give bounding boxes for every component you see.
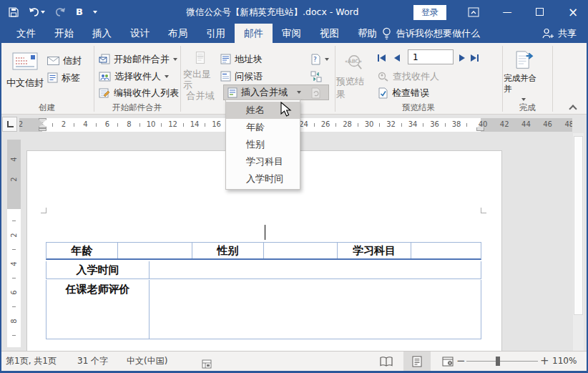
start-mail-merge-button[interactable]: 开始邮件合并 xyxy=(99,52,177,67)
tab-references[interactable]: 引用 xyxy=(197,24,235,43)
zoom-out-button[interactable]: − xyxy=(456,352,466,372)
table-cell[interactable]: 任课老师评价 xyxy=(46,280,150,339)
group-separator xyxy=(180,46,181,112)
left-indent-marker[interactable] xyxy=(39,128,46,131)
maximize-button[interactable] xyxy=(527,0,552,24)
language-indicator[interactable]: 中文(中国) xyxy=(127,352,167,372)
undo-icon xyxy=(29,7,39,16)
table-cell[interactable] xyxy=(411,243,481,258)
ruler-mark xyxy=(445,123,446,127)
page-indicator[interactable]: 第1页, 共1页 xyxy=(6,352,57,372)
tab-design[interactable]: 设计 xyxy=(121,24,159,43)
tab-file[interactable]: 文件 xyxy=(7,24,45,43)
tab-stop-selector[interactable] xyxy=(2,117,17,132)
table-cell[interactable]: 年龄 xyxy=(46,243,118,258)
first-record-button[interactable] xyxy=(378,50,386,65)
close-button[interactable]: × xyxy=(559,0,587,24)
ruler-mark: 38 xyxy=(451,120,461,128)
undo-caret-icon xyxy=(41,11,45,14)
ribbon-tabs: 文件 开始 插入 设计 布局 引用 邮件 审阅 视图 帮助 xyxy=(7,24,386,43)
tab-mailings[interactable]: 邮件 xyxy=(235,24,273,43)
qat-customize-icon xyxy=(93,11,97,14)
menu-item-subject[interactable]: 学习科目 xyxy=(226,153,300,170)
scrollbar-thumb[interactable] xyxy=(574,136,583,315)
table-cell[interactable] xyxy=(150,280,481,339)
edit-recipient-list-button[interactable]: 编辑收件人列表 xyxy=(99,85,179,100)
highlight-merge-fields-button[interactable]: 突出显示 合并域 xyxy=(183,47,217,101)
vertical-scrollbar[interactable] xyxy=(573,133,584,351)
tab-insert[interactable]: 插入 xyxy=(83,24,121,43)
redo-button[interactable] xyxy=(55,7,66,16)
sign-in-button[interactable]: 登录 xyxy=(413,5,446,20)
tab-layout[interactable]: 布局 xyxy=(159,24,197,43)
menu-item-age[interactable]: 年龄 xyxy=(226,119,300,136)
minimize-button[interactable]: — xyxy=(495,0,519,24)
labels-label: 标签 xyxy=(62,72,80,84)
chinese-envelope-label: 中文信封 xyxy=(6,77,44,89)
word-count[interactable]: 31 个字 xyxy=(77,352,108,372)
quick-access-toolbar: B xyxy=(9,0,97,24)
tab-view[interactable]: 视图 xyxy=(310,24,348,43)
undo-button[interactable] xyxy=(29,7,45,16)
find-recipient-button[interactable]: 查找收件人 xyxy=(378,69,439,84)
next-record-icon xyxy=(459,54,465,62)
rules-button[interactable]: ? xyxy=(310,52,329,67)
table-cell[interactable] xyxy=(118,243,192,258)
start-mail-merge-label: 开始邮件合并 xyxy=(114,53,170,66)
table-cell[interactable] xyxy=(264,243,338,258)
record-number-input[interactable] xyxy=(408,49,454,64)
zoom-slider-thumb[interactable] xyxy=(496,357,500,366)
zoom-slider-track[interactable] xyxy=(466,361,538,362)
finish-merge-button[interactable]: 完成并合并 xyxy=(504,47,544,101)
rules-icon: ? xyxy=(310,54,321,65)
update-labels-button[interactable] xyxy=(310,85,321,100)
menu-item-enroll-date[interactable]: 入学时间 xyxy=(226,170,300,188)
last-record-button[interactable] xyxy=(471,50,479,65)
print-layout-button[interactable] xyxy=(403,352,431,371)
ruler-mark xyxy=(74,123,74,127)
match-fields-button[interactable] xyxy=(310,69,322,84)
labels-button[interactable]: 标签 xyxy=(47,70,80,85)
previous-record-button[interactable] xyxy=(394,50,400,65)
envelopes-button[interactable]: 信封 xyxy=(47,53,82,68)
finish-group-label: 完成 xyxy=(502,102,552,112)
vertical-ruler[interactable]: 422468 xyxy=(7,140,21,347)
read-mode-icon xyxy=(380,357,393,367)
chinese-envelope-icon xyxy=(12,52,38,70)
table-cell[interactable] xyxy=(150,261,481,278)
proofing-icon xyxy=(202,359,212,369)
address-block-button[interactable]: 地址块 xyxy=(220,52,263,67)
tab-help[interactable]: 帮助 xyxy=(348,24,386,43)
collapse-ribbon-button[interactable] xyxy=(567,103,580,113)
ruler-mark: 4 xyxy=(9,155,19,164)
greeting-line-button[interactable]: 问候语 xyxy=(220,69,263,84)
check-errors-label: 检查错误 xyxy=(392,87,429,100)
bold-button[interactable]: B xyxy=(76,6,83,17)
first-record-icon xyxy=(378,54,379,62)
address-block-label: 地址块 xyxy=(235,53,263,66)
table-cell[interactable]: 入学时间 xyxy=(46,261,150,278)
qat-customize-button[interactable] xyxy=(93,11,97,14)
tab-home[interactable]: 开始 xyxy=(45,24,83,43)
select-recipients-button[interactable]: 选择收件人 xyxy=(99,69,169,84)
zoom-level[interactable]: 110% xyxy=(552,352,577,372)
check-errors-button[interactable]: 检查错误 xyxy=(378,85,429,100)
tell-me-box[interactable]: 告诉我你想要做什么 xyxy=(382,24,480,43)
zoom-in-button[interactable]: + xyxy=(540,352,549,372)
ruler-mark xyxy=(401,123,402,127)
table-cell[interactable]: 性别 xyxy=(192,243,264,258)
preview-results-button[interactable]: «ABC» 预览结果 xyxy=(336,47,372,101)
greeting-line-icon xyxy=(220,71,231,82)
ruler-mark: 2 xyxy=(9,175,19,184)
tab-review[interactable]: 审阅 xyxy=(273,24,310,43)
menu-item-gender[interactable]: 性别 xyxy=(226,136,300,153)
chinese-envelope-button[interactable]: 中文信封 xyxy=(6,47,44,101)
next-record-button[interactable] xyxy=(459,50,465,65)
ruler-mark: 46 xyxy=(543,120,553,128)
finish-merge-label: 完成并合并 xyxy=(504,73,544,95)
share-button[interactable]: 共享 xyxy=(542,24,577,43)
table-cell[interactable]: 学习科目 xyxy=(338,243,411,258)
ribbon-display-options-button[interactable] xyxy=(462,0,485,24)
read-mode-button[interactable] xyxy=(373,352,400,371)
save-button[interactable] xyxy=(9,7,19,17)
